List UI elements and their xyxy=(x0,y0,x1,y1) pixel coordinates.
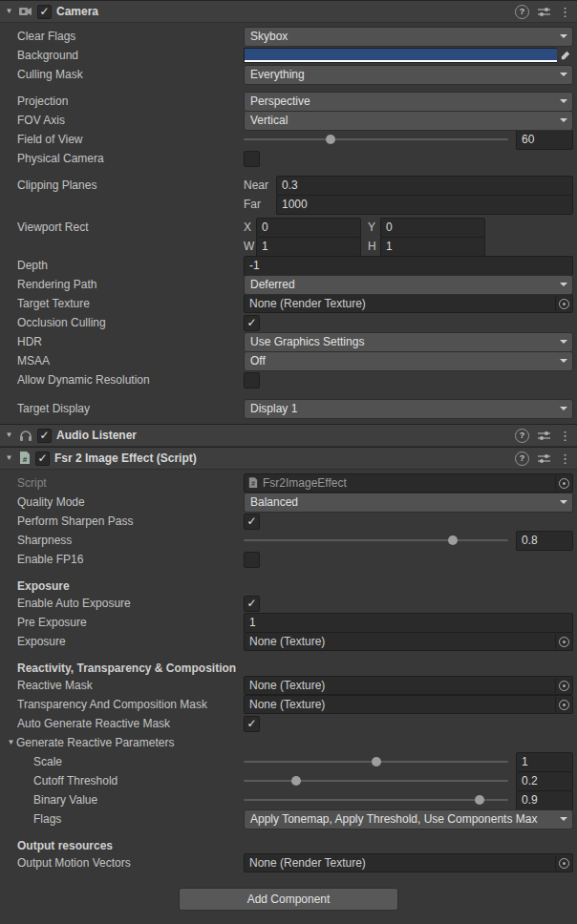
occlusion-culling-checkbox[interactable]: ✓ xyxy=(244,315,260,331)
flags-dropdown[interactable]: Apply Tonemap, Apply Threshold, Use Comp… xyxy=(244,809,573,830)
scale-input[interactable]: 1 xyxy=(516,752,573,772)
viewport-h-label: H xyxy=(368,240,380,253)
field-of-view-input[interactable]: 60 xyxy=(516,130,573,150)
object-picker-icon[interactable] xyxy=(555,697,572,712)
sharpness-input[interactable]: 0.8 xyxy=(516,531,573,551)
presets-icon[interactable] xyxy=(538,430,550,441)
msaa-label: MSAA xyxy=(17,354,244,368)
hdr-dropdown[interactable]: Use Graphics Settings xyxy=(244,332,573,352)
occlusion-culling-label: Occlusion Culling xyxy=(17,316,244,329)
scale-slider[interactable] xyxy=(244,754,508,769)
add-component-button[interactable]: Add Component xyxy=(179,888,398,911)
far-input[interactable]: 1000 xyxy=(276,195,573,215)
near-label: Near xyxy=(244,178,276,192)
binary-value-input[interactable]: 0.9 xyxy=(516,790,573,810)
object-picker-icon[interactable] xyxy=(555,296,572,311)
near-input[interactable]: 0.3 xyxy=(276,176,573,196)
camera-enabled-checkbox[interactable]: ✓ xyxy=(37,5,52,19)
cutoff-threshold-slider-thumb[interactable] xyxy=(291,776,301,786)
viewport-y-input[interactable]: 0 xyxy=(380,218,485,238)
enable-fp16-checkbox[interactable]: ✓ xyxy=(244,552,260,568)
viewport-xy-row: Viewport Rect X 0 Y 0 xyxy=(0,218,577,237)
depth-input[interactable]: -1 xyxy=(244,256,573,276)
generate-reactive-params-row[interactable]: ▼ Generate Reactive Parameters xyxy=(0,733,577,752)
rendering-path-row: Rendering Path Deferred xyxy=(0,275,577,294)
transparency-mask-field[interactable]: None (Texture) xyxy=(244,695,573,714)
sharpness-slider-thumb[interactable] xyxy=(448,536,458,545)
object-picker-icon[interactable] xyxy=(555,634,572,649)
enable-auto-exposure-checkbox[interactable]: ✓ xyxy=(244,596,260,612)
object-picker-icon[interactable] xyxy=(555,475,572,491)
script-field[interactable]: # Fsr2ImageEffect xyxy=(244,473,573,493)
cutoff-threshold-input[interactable]: 0.2 xyxy=(516,771,573,791)
cutoff-threshold-slider[interactable] xyxy=(244,773,508,788)
physical-camera-checkbox[interactable]: ✓ xyxy=(244,151,260,167)
inspector-panel: ▼ ✓ Camera ? ⋮ Clear Flags Skybox Backgr… xyxy=(0,0,577,924)
target-texture-field[interactable]: None (Render Texture) xyxy=(244,294,573,313)
rendering-path-dropdown[interactable]: Deferred xyxy=(244,275,573,295)
reactive-mask-field[interactable]: None (Texture) xyxy=(244,676,573,695)
presets-icon[interactable] xyxy=(538,453,550,464)
quality-mode-dropdown[interactable]: Balanced xyxy=(244,493,573,513)
background-color-swatch[interactable] xyxy=(244,48,557,63)
binary-value-slider-thumb[interactable] xyxy=(475,795,484,805)
fsr2-foldout-icon[interactable]: ▼ xyxy=(4,454,14,462)
menu-icon[interactable]: ⋮ xyxy=(559,452,571,465)
physical-camera-row: Physical Camera ✓ xyxy=(0,149,577,168)
object-picker-icon[interactable] xyxy=(555,678,572,693)
msaa-row: MSAA Off xyxy=(0,351,577,370)
enable-fp16-row: Enable FP16 ✓ xyxy=(0,550,577,569)
object-picker-icon[interactable] xyxy=(555,855,572,871)
camera-title: Camera xyxy=(56,5,510,18)
auto-generate-reactive-checkbox[interactable]: ✓ xyxy=(244,716,260,732)
perform-sharpen-checkbox[interactable]: ✓ xyxy=(244,514,260,530)
viewport-y-label: Y xyxy=(368,220,380,234)
menu-icon[interactable]: ⋮ xyxy=(559,6,571,18)
help-icon[interactable]: ? xyxy=(515,5,529,19)
exposure-field[interactable]: None (Texture) xyxy=(244,632,573,651)
allow-dynamic-resolution-label: Allow Dynamic Resolution xyxy=(17,373,244,387)
generate-reactive-params-foldout-icon[interactable]: ▼ xyxy=(6,739,16,746)
sharpness-slider[interactable] xyxy=(244,533,508,548)
clear-flags-dropdown[interactable]: Skybox xyxy=(244,27,573,47)
presets-icon[interactable] xyxy=(538,7,550,17)
reactive-mask-label: Reactive Mask xyxy=(17,679,244,692)
binary-value-slider[interactable] xyxy=(244,792,508,808)
projection-dropdown[interactable]: Perspective xyxy=(244,92,573,112)
fsr2-enabled-checkbox[interactable]: ✓ xyxy=(35,452,50,466)
audio-listener-enabled-checkbox[interactable]: ✓ xyxy=(37,429,52,443)
target-display-dropdown[interactable]: Display 1 xyxy=(244,399,573,419)
audio-listener-component-header[interactable]: ▼ ✓ Audio Listener ? ⋮ xyxy=(0,424,577,447)
generate-reactive-params-label[interactable]: Generate Reactive Parameters xyxy=(16,736,243,749)
viewport-x-input[interactable]: 0 xyxy=(256,218,361,238)
output-motion-vectors-row: Output Motion Vectors None (Render Textu… xyxy=(0,853,577,872)
menu-icon[interactable]: ⋮ xyxy=(559,430,571,442)
sharpness-label: Sharpness xyxy=(17,534,244,547)
fsr2-component-header[interactable]: ▼ # ✓ Fsr 2 Image Effect (Script) ? ⋮ xyxy=(0,447,577,470)
audio-listener-foldout-icon[interactable]: ▼ xyxy=(4,431,14,439)
target-texture-row: Target Texture None (Render Texture) xyxy=(0,294,577,313)
help-icon[interactable]: ? xyxy=(515,452,529,466)
msaa-dropdown[interactable]: Off xyxy=(244,351,573,371)
culling-mask-dropdown[interactable]: Everything xyxy=(244,65,573,85)
transparency-mask-row: Transparency And Composition Mask None (… xyxy=(0,695,577,714)
eyedropper-icon[interactable] xyxy=(557,48,573,63)
allow-dynamic-resolution-row: Allow Dynamic Resolution ✓ xyxy=(0,370,577,389)
viewport-h-input[interactable]: 1 xyxy=(380,237,485,257)
camera-component-header[interactable]: ▼ ✓ Camera ? ⋮ xyxy=(0,0,577,23)
depth-row: Depth -1 xyxy=(0,256,577,275)
field-of-view-slider-thumb[interactable] xyxy=(326,135,335,144)
camera-foldout-icon[interactable]: ▼ xyxy=(4,8,14,15)
scale-slider-thumb[interactable] xyxy=(372,757,381,766)
viewport-x-label: X xyxy=(244,220,256,234)
pre-exposure-input[interactable]: 1 xyxy=(244,613,573,633)
output-motion-vectors-label: Output Motion Vectors xyxy=(17,856,244,870)
viewport-w-input[interactable]: 1 xyxy=(256,237,361,257)
enable-fp16-label: Enable FP16 xyxy=(17,553,244,566)
field-of-view-slider[interactable] xyxy=(244,132,508,147)
fov-axis-dropdown[interactable]: Vertical xyxy=(244,111,573,131)
rendering-path-label: Rendering Path xyxy=(17,278,244,291)
allow-dynamic-resolution-checkbox[interactable]: ✓ xyxy=(244,372,260,388)
help-icon[interactable]: ? xyxy=(515,429,529,443)
output-motion-vectors-field[interactable]: None (Render Texture) xyxy=(244,853,573,872)
